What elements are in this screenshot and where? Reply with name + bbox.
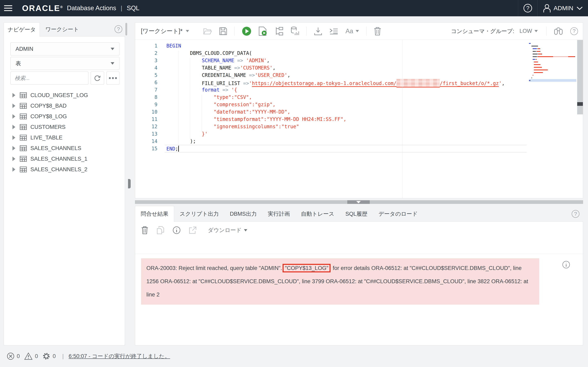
code-line[interactable]: SCHEMA_NAME => 'ADMIN', [165,57,527,64]
code-line[interactable]: "timestampformat":"YYYY-MM-DD HH24:MI:SS… [165,116,527,123]
caret-down-icon [535,30,538,32]
line-number: 7 [135,86,165,94]
clear-worksheet-button[interactable] [374,27,381,35]
expand-caret-icon[interactable] [12,114,15,119]
splitter-handle[interactable] [347,200,370,204]
results-tab[interactable]: 自動トレース [295,206,340,222]
expand-caret-icon[interactable] [12,135,15,140]
table-tree-item[interactable]: SALES_CHANNELS_2 [4,164,125,175]
sidebar-scrollbar-thumb[interactable] [125,23,127,35]
code-line[interactable]: CREDENTIAL_NAME =>'USER_CRED', [165,72,527,79]
expand-caret-icon[interactable] [12,167,15,172]
indent-guide [190,58,190,139]
results-tab[interactable]: スクリプト出力 [174,206,224,222]
refresh-button[interactable] [91,72,104,85]
object-type-select[interactable]: 表 [10,57,120,70]
expand-caret-icon[interactable] [12,104,15,108]
run-script-button[interactable] [259,26,267,36]
tab-worksheet[interactable]: ワークシート [45,22,79,36]
circle-x-icon [7,352,14,360]
error-info-button[interactable] [562,261,570,268]
line-number: 3 [135,57,165,64]
code-minimap[interactable] [529,42,576,82]
results-tab[interactable]: 実行計画 [262,206,295,222]
code-area[interactable]: BEGIN DBMS_CLOUD.COPY_DATA( SCHEMA_NAME … [165,40,527,198]
table-tree-item[interactable]: COPY$8_BAD [4,100,125,111]
result-info-button[interactable] [173,226,181,234]
autotrace-button[interactable] [291,26,299,36]
expand-caret-icon[interactable] [12,157,15,161]
tab-navigator[interactable]: ナビゲータ [4,22,40,36]
results-help-button[interactable]: ? [572,210,579,218]
editor-scrollbar-thumb[interactable] [577,102,583,106]
tasks-status[interactable]: 0 [43,352,56,360]
line-number: 1 [135,42,165,50]
table-icon [20,92,27,98]
results-tab[interactable]: SQL履歴 [340,206,373,222]
sidebar-collapse-handle[interactable] [128,179,131,188]
error-message: ORA-20003: Reject limit reached, query t… [141,258,539,305]
user-menu-button[interactable]: ADMIN [537,0,588,16]
format-code-button[interactable] [329,28,338,35]
execution-status-link[interactable]: 6:50:07 - コードの実行が終了しました。 [69,352,170,360]
copy-results-button[interactable] [157,226,164,234]
editor-help-button[interactable]: ? [570,27,578,35]
table-tree-item[interactable]: CLOUD_INGEST_LOG [4,90,125,100]
expand-caret-icon[interactable] [12,146,15,150]
panel-splitter[interactable] [135,200,583,204]
sidebar-help-button[interactable]: ? [114,25,122,33]
worksheet-editor-panel: [ワークシート]* Aa [135,22,583,198]
expand-caret-icon[interactable] [12,93,15,98]
table-name: LIVE_TABLE [30,134,62,141]
code-line[interactable]: TABLE_NAME =>'CUSTOMERS', [165,64,527,72]
consumer-group-select[interactable]: LOW [519,28,538,34]
user-icon [543,4,551,13]
code-line[interactable]: format => '{ [165,86,527,94]
table-tree-item[interactable]: LIVE_TABLE [4,132,125,143]
more-actions-button[interactable] [106,72,120,85]
code-line[interactable]: "type":"CSV", [165,94,527,101]
code-line[interactable]: "dateformat":"YYYY-MM-DD", [165,108,527,116]
worksheet-menu-caret-icon[interactable] [186,30,189,32]
search-input[interactable] [10,72,88,85]
line-number: 12 [135,123,165,130]
table-tree-item[interactable]: SALES_CHANNELS_1 [4,154,125,164]
download-worksheet-button[interactable] [314,27,322,35]
open-file-button[interactable] [203,27,212,35]
table-tree-item[interactable]: CUSTOMERS [4,122,125,132]
table-tree-item[interactable]: SALES_CHANNELS [4,143,125,154]
results-tabs: 問合せ結果スクリプト出力DBMS出力実行計画自動トレースSQL履歴データのロード [135,206,423,222]
hamburger-menu-icon[interactable] [0,5,16,11]
help-icon: ? [523,4,532,12]
code-line[interactable]: END; [165,145,527,152]
schema-select[interactable]: ADMIN [10,42,120,55]
code-line[interactable]: DBMS_CLOUD.COPY_DATA( [165,50,527,57]
warnings-status[interactable]: 0 [24,352,38,360]
results-tab[interactable]: データのロード [373,206,423,222]
code-line[interactable]: BEGIN [165,42,527,50]
code-line[interactable]: }' [165,130,527,138]
results-tab[interactable]: 問合せ結果 [135,206,174,222]
download-results-button[interactable]: ダウンロード [208,226,247,234]
open-in-new-button[interactable] [189,226,196,234]
line-number: 8 [135,94,165,101]
save-button[interactable] [219,27,227,35]
gear-icon [43,352,50,360]
table-tree-item[interactable]: COPY$8_LOG [4,111,125,122]
code-line[interactable]: "ignoremissingcolumns":"true" [165,123,527,130]
explain-plan-button[interactable] [274,27,283,35]
find-replace-button[interactable] [554,27,563,35]
results-tab[interactable]: DBMS出力 [224,206,262,222]
schema-select-value: ADMIN [16,46,33,52]
clear-results-button[interactable] [141,226,148,234]
line-number: 9 [135,101,165,108]
expand-caret-icon[interactable] [12,125,15,129]
help-button[interactable]: ? [518,0,537,16]
errors-status[interactable]: 0 [7,352,20,360]
code-line[interactable]: "compression":"gzip", [165,101,527,108]
font-size-button[interactable]: Aa [346,27,359,35]
warnings-count: 0 [35,353,38,359]
code-line[interactable]: ); [165,138,527,145]
run-statement-button[interactable] [242,26,251,36]
code-line[interactable]: FILE_URI_LIST =>'https://objectstorage.a… [165,79,527,86]
